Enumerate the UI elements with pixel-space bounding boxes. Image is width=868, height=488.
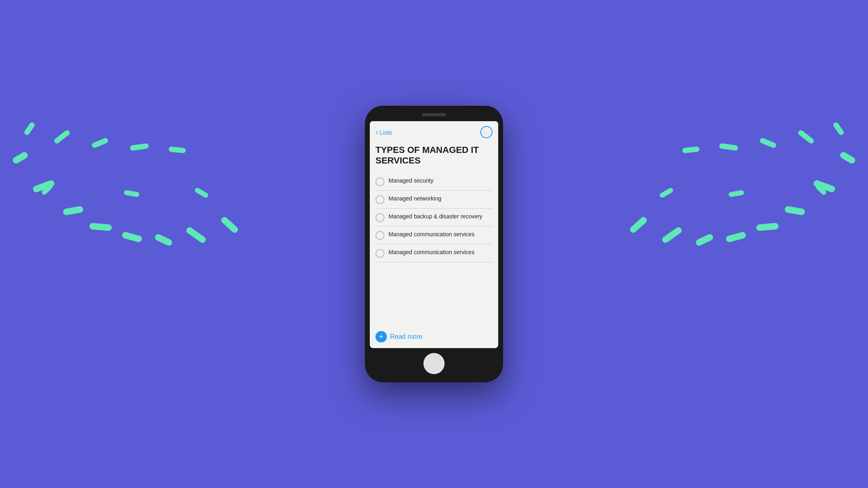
dash [659, 187, 674, 198]
item-text: Managed communication services [388, 248, 475, 257]
dash [91, 137, 109, 149]
dash [728, 190, 744, 197]
list-item[interactable]: Managed communication services [375, 227, 493, 244]
read-more-label: Read more [390, 333, 422, 340]
checklist: Managed securityManaged networkingManage… [375, 173, 493, 262]
dash [63, 206, 84, 216]
item-text: Managed communication services [388, 231, 475, 239]
dash [725, 231, 746, 243]
dash [185, 226, 207, 244]
plus-icon: + [375, 331, 387, 342]
dash [220, 216, 239, 234]
checkbox[interactable] [375, 195, 384, 204]
dash [154, 233, 174, 247]
phone-screen: ‹ Lists ··· TYPES OF MANAGED IT SERVICES… [370, 121, 498, 348]
dash [194, 187, 209, 198]
list-item[interactable]: Managed backup & disaster recovery [375, 209, 493, 227]
dash [814, 183, 827, 196]
dash [12, 151, 29, 165]
list-item[interactable]: Managed security [375, 173, 493, 191]
dash [130, 143, 149, 151]
item-text: Managed security [388, 177, 434, 185]
checkbox[interactable] [375, 213, 384, 222]
dash [832, 121, 845, 136]
dash [719, 143, 738, 151]
dash [839, 151, 857, 165]
list-item[interactable]: Managed networking [375, 191, 493, 209]
item-text: Managed backup & disaster recovery [388, 213, 482, 221]
checkbox[interactable] [375, 231, 384, 240]
back-button[interactable]: ‹ Lists [375, 129, 392, 136]
list-item[interactable]: Managed communication services [375, 244, 493, 262]
back-arrow-icon: ‹ [375, 129, 378, 136]
more-options-button[interactable]: ··· [480, 126, 493, 138]
dash [89, 223, 112, 231]
phone-device: ‹ Lists ··· TYPES OF MANAGED IT SERVICES… [365, 106, 503, 382]
dash [23, 121, 36, 136]
more-icon: ··· [484, 129, 489, 135]
screen-content: TYPES OF MANAGED IT SERVICES Managed sec… [370, 142, 498, 325]
item-text: Managed networking [388, 195, 441, 203]
dash [682, 146, 699, 153]
dash [122, 231, 143, 243]
dash [797, 129, 815, 145]
nav-bar: ‹ Lists ··· [370, 121, 498, 142]
dash [759, 137, 777, 149]
dash [813, 179, 836, 193]
dash [629, 216, 648, 234]
dash [124, 190, 140, 197]
checkbox[interactable] [375, 249, 384, 258]
dash [784, 206, 805, 216]
dash [168, 146, 186, 153]
back-label: Lists [380, 129, 392, 136]
dash [32, 179, 55, 193]
dash [661, 226, 683, 244]
phone-speaker [422, 113, 446, 116]
checkbox[interactable] [375, 177, 384, 186]
dash [41, 183, 53, 196]
dash [53, 129, 71, 145]
dash [756, 223, 779, 231]
page-title: TYPES OF MANAGED IT SERVICES [375, 145, 493, 166]
dash [695, 233, 714, 247]
home-button[interactable] [423, 353, 445, 374]
read-more-button[interactable]: + Read more [370, 325, 498, 348]
